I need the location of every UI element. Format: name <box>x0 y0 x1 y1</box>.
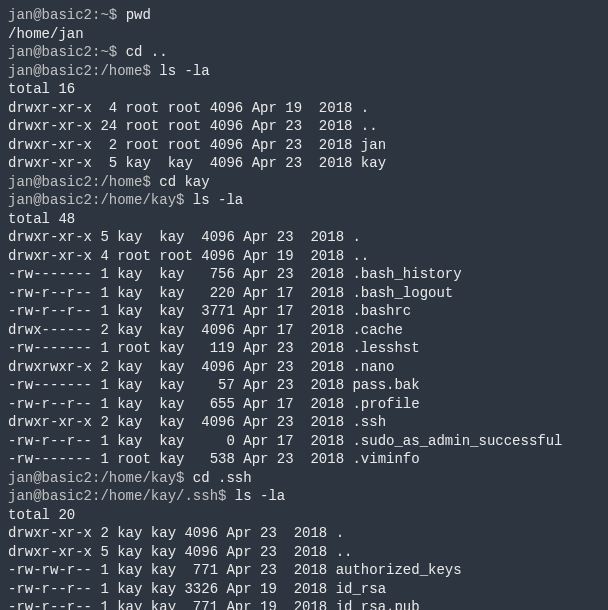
command-input: ls -la <box>193 192 243 208</box>
output-line: drwx------ 2 kay kay 4096 Apr 17 2018 .c… <box>8 321 600 340</box>
output-line: total 20 <box>8 506 600 525</box>
output-line: drwxr-xr-x 5 kay kay 4096 Apr 23 2018 . <box>8 228 600 247</box>
output-line: -rw-r--r-- 1 kay kay 771 Apr 19 2018 id_… <box>8 598 600 610</box>
output-line: drwxr-xr-x 5 kay kay 4096 Apr 23 2018 ka… <box>8 154 600 173</box>
shell-prompt: jan@basic2:/home$ <box>8 63 159 79</box>
output-line: -rw-rw-r-- 1 kay kay 771 Apr 23 2018 aut… <box>8 561 600 580</box>
output-line: -rw-r--r-- 1 kay kay 655 Apr 17 2018 .pr… <box>8 395 600 414</box>
output-line: drwxrwxr-x 2 kay kay 4096 Apr 23 2018 .n… <box>8 358 600 377</box>
output-line: drwxr-xr-x 2 root root 4096 Apr 23 2018 … <box>8 136 600 155</box>
output-line: /home/jan <box>8 25 600 44</box>
prompt-line: jan@basic2:/home$ cd kay <box>8 173 600 192</box>
shell-prompt: jan@basic2:/home/kay/.ssh$ <box>8 488 235 504</box>
prompt-line: jan@basic2:/home/kay$ cd .ssh <box>8 469 600 488</box>
output-line: drwxr-xr-x 2 kay kay 4096 Apr 23 2018 .s… <box>8 413 600 432</box>
command-input: ls -la <box>235 488 285 504</box>
prompt-line: jan@basic2:~$ pwd <box>8 6 600 25</box>
shell-prompt: jan@basic2:/home/kay$ <box>8 192 193 208</box>
terminal-output[interactable]: jan@basic2:~$ pwd/home/janjan@basic2:~$ … <box>0 0 608 610</box>
output-line: -rw-r--r-- 1 kay kay 220 Apr 17 2018 .ba… <box>8 284 600 303</box>
command-input: cd .ssh <box>193 470 252 486</box>
shell-prompt: jan@basic2:~$ <box>8 7 126 23</box>
output-line: drwxr-xr-x 24 root root 4096 Apr 23 2018… <box>8 117 600 136</box>
output-line: -rw-r--r-- 1 kay kay 3326 Apr 19 2018 id… <box>8 580 600 599</box>
output-line: -rw------- 1 kay kay 756 Apr 23 2018 .ba… <box>8 265 600 284</box>
command-input: cd kay <box>159 174 209 190</box>
shell-prompt: jan@basic2:/home$ <box>8 174 159 190</box>
command-input: cd .. <box>126 44 168 60</box>
output-line: -rw------- 1 root kay 119 Apr 23 2018 .l… <box>8 339 600 358</box>
output-line: -rw------- 1 kay kay 57 Apr 23 2018 pass… <box>8 376 600 395</box>
output-line: -rw-r--r-- 1 kay kay 0 Apr 17 2018 .sudo… <box>8 432 600 451</box>
prompt-line: jan@basic2:/home/kay$ ls -la <box>8 191 600 210</box>
prompt-line: jan@basic2:/home/kay/.ssh$ ls -la <box>8 487 600 506</box>
prompt-line: jan@basic2:/home$ ls -la <box>8 62 600 81</box>
shell-prompt: jan@basic2:~$ <box>8 44 126 60</box>
output-line: -rw------- 1 root kay 538 Apr 23 2018 .v… <box>8 450 600 469</box>
shell-prompt: jan@basic2:/home/kay$ <box>8 470 193 486</box>
command-input: ls -la <box>159 63 209 79</box>
output-line: drwxr-xr-x 5 kay kay 4096 Apr 23 2018 .. <box>8 543 600 562</box>
output-line: drwxr-xr-x 4 root root 4096 Apr 19 2018 … <box>8 247 600 266</box>
output-line: total 48 <box>8 210 600 229</box>
command-input: pwd <box>126 7 151 23</box>
output-line: total 16 <box>8 80 600 99</box>
output-line: drwxr-xr-x 4 root root 4096 Apr 19 2018 … <box>8 99 600 118</box>
output-line: -rw-r--r-- 1 kay kay 3771 Apr 17 2018 .b… <box>8 302 600 321</box>
output-line: drwxr-xr-x 2 kay kay 4096 Apr 23 2018 . <box>8 524 600 543</box>
prompt-line: jan@basic2:~$ cd .. <box>8 43 600 62</box>
